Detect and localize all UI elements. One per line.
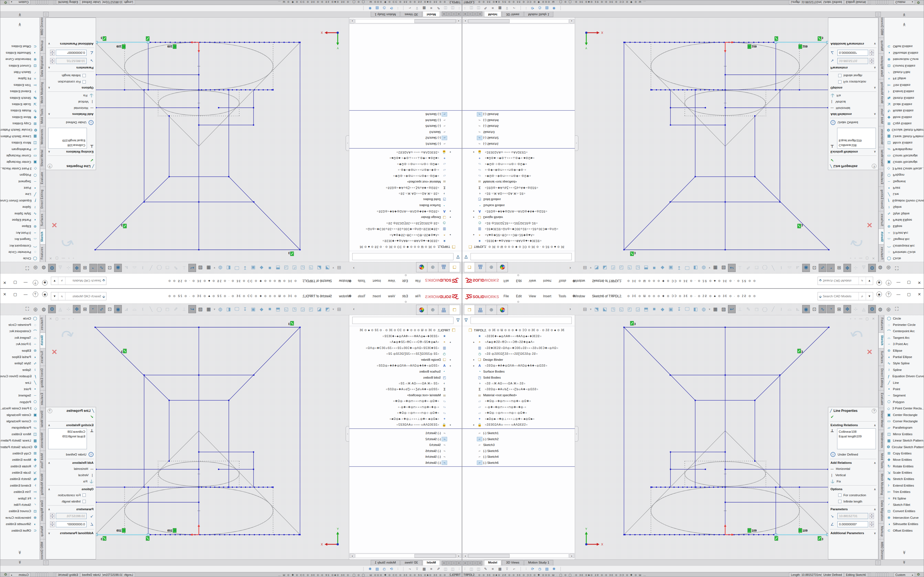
sketch-point[interactable] bbox=[267, 89, 268, 90]
spin-down-icon[interactable]: ▼ bbox=[50, 516, 55, 519]
panel-splitter-tab[interactable]: ∘ bbox=[346, 135, 349, 151]
checkbox[interactable] bbox=[82, 493, 86, 497]
toolbar-icon-24[interactable]: ╱ bbox=[147, 305, 155, 313]
sketch-point[interactable] bbox=[722, 89, 723, 90]
toolbar-icon-31[interactable]: ◔ bbox=[827, 305, 835, 313]
tool-item-15[interactable]: ▣Center Rectangle bbox=[0, 412, 40, 418]
tree-row-23[interactable]: ⌐(-) Sketch6 bbox=[349, 460, 462, 466]
add-relation-2[interactable]: ⚓Fix bbox=[46, 478, 96, 484]
sketch-point[interactable] bbox=[713, 89, 714, 90]
tag-icon[interactable]: ❂ bbox=[917, 0, 920, 5]
tab-nav-button-0[interactable]: « bbox=[457, 561, 461, 566]
sketch-point[interactable] bbox=[253, 374, 254, 376]
toolbar-icon-39[interactable]: ⛶ bbox=[23, 305, 31, 313]
sketch-point[interactable] bbox=[773, 42, 774, 43]
commandmanager-tab-6[interactable]: Weldments bbox=[878, 126, 884, 147]
tree-row-20[interactable]: ⌐Sketch3 bbox=[462, 129, 575, 135]
sketch-point[interactable] bbox=[665, 487, 666, 488]
display-tool-icon-4[interactable]: ▦ bbox=[496, 567, 504, 571]
tool-item-10[interactable]: ╱Line bbox=[884, 191, 924, 198]
options-header[interactable]: Options∧ bbox=[46, 486, 96, 492]
menu-item-3[interactable]: Insert bbox=[543, 293, 552, 299]
toolbar-icon-2[interactable]: ⬔ bbox=[593, 264, 600, 272]
sketch-point[interactable] bbox=[724, 534, 725, 535]
minimize-button[interactable]: — bbox=[22, 292, 29, 297]
sketch-point[interactable] bbox=[828, 327, 829, 328]
menu-item-0[interactable]: File bbox=[503, 278, 509, 284]
checkbox[interactable] bbox=[838, 500, 842, 503]
sketch-point[interactable] bbox=[678, 487, 679, 488]
scroll-track[interactable] bbox=[355, 19, 456, 23]
parameter-input[interactable]: 10.88152731 bbox=[56, 513, 87, 519]
tool-item-9[interactable]: ƒEquation Driven Curve bbox=[884, 373, 924, 379]
toolbar-icon-18[interactable]: ▨ bbox=[197, 305, 204, 313]
sketch-point[interactable] bbox=[201, 487, 202, 488]
toolbar-icon-20[interactable]: ⊥ bbox=[736, 305, 744, 313]
toolbar-icon-9[interactable]: ■ bbox=[266, 264, 274, 272]
sketch-point[interactable] bbox=[725, 374, 726, 376]
strip-overflow-button[interactable]: : bbox=[43, 12, 48, 17]
toolbar-icon-39[interactable]: ⛶ bbox=[23, 264, 31, 272]
sketch-point[interactable] bbox=[768, 42, 769, 43]
sketch-point[interactable] bbox=[659, 534, 660, 535]
panel-help-icon[interactable]: ? bbox=[48, 164, 52, 169]
tree-row-13[interactable]: ▱○∙◎✚○✻◎⊓○∘○⊓◎✻○✚◎∙○ bbox=[462, 404, 575, 410]
ok-check-icon[interactable]: ✔ bbox=[46, 156, 96, 163]
sketch-construction-line[interactable] bbox=[199, 431, 300, 535]
sketch-point[interactable] bbox=[209, 42, 210, 43]
sketch-point[interactable] bbox=[725, 451, 726, 453]
sketch-point[interactable] bbox=[758, 42, 759, 43]
sketch-point[interactable] bbox=[271, 89, 273, 90]
toolbar-icon-18[interactable]: ▨ bbox=[720, 264, 727, 272]
sketch-point[interactable] bbox=[664, 42, 665, 43]
existing-relations-header[interactable]: Existing Relations∧ bbox=[46, 149, 96, 155]
parameter-input[interactable]: 10.88152731 bbox=[837, 58, 868, 64]
tree-row-1[interactable]: ★○2Ƨ3Ɛ✚∘♣◎ΛΑΦ○∘○ΦΑΛ◎♣∘✚3Ɛ2Ƨ○ bbox=[462, 238, 575, 244]
sketch-point[interactable] bbox=[218, 107, 219, 108]
tree-row-22[interactable]: ⌐(-) Sketch4 bbox=[349, 454, 462, 460]
tree-row-22[interactable]: ⌐(-) Sketch4 bbox=[462, 117, 575, 123]
add-relations-header[interactable]: Add Relations∧ bbox=[828, 111, 878, 117]
toolbar-icon-22[interactable]: ◻ bbox=[753, 264, 760, 272]
tabs-chevron-icon[interactable]: ≫ bbox=[18, 13, 21, 17]
spin-down-icon[interactable]: ▼ bbox=[50, 58, 55, 61]
display-tool-icon-6[interactable]: ⌐ bbox=[406, 6, 414, 10]
sketch-point[interactable] bbox=[695, 400, 696, 401]
add-relation-0[interactable]: —Horizontal bbox=[46, 105, 96, 111]
toolbar-icon-12[interactable]: ↧ bbox=[241, 264, 249, 272]
toolbar-icon-29[interactable]: ⊡ bbox=[811, 305, 818, 313]
doc-window-control-4[interactable]: ✕ bbox=[49, 317, 52, 321]
sketch-point[interactable] bbox=[144, 374, 145, 376]
tree-row-18[interactable]: ⌐(-) Sketch1 bbox=[462, 430, 575, 436]
filter-input[interactable] bbox=[470, 253, 572, 260]
sketch-point[interactable] bbox=[169, 176, 170, 177]
toolbar-icon-24[interactable]: ╱ bbox=[147, 264, 155, 272]
scroll-left-icon[interactable]: ◂ bbox=[463, 554, 467, 558]
tree-row-12[interactable]: ▱○✚Ω◎∙∘✻◎⊓○∘○⊓◎✻∘∙◎Ω✚○ bbox=[462, 173, 575, 179]
sketch-point[interactable] bbox=[229, 534, 230, 535]
sketch-point[interactable] bbox=[717, 487, 719, 488]
parameter-input[interactable]: 0.00000000° bbox=[837, 521, 868, 527]
options-header[interactable]: Options∧ bbox=[828, 486, 878, 492]
search-input[interactable] bbox=[65, 279, 101, 282]
toolbar-icon-16[interactable]: ▾ bbox=[708, 305, 711, 313]
tool-item-25[interactable]: ↹Stretch Entities bbox=[884, 95, 924, 101]
toolbar-icon-24[interactable]: ╱ bbox=[769, 305, 777, 313]
tool-item-21[interactable]: ⊞Copy Entities bbox=[0, 120, 40, 127]
tab-nav-button-1[interactable]: ‹ bbox=[452, 11, 456, 16]
toolbar-icon-15[interactable]: ◍ bbox=[216, 264, 224, 272]
tree-row-15[interactable]: ⌖○♣Ω◎♣∙○✚◎⊥○∘○⊥◎✚○∙♣◎Ω♣○ bbox=[349, 155, 462, 161]
toolbar-icon-19[interactable]: ↩ bbox=[728, 305, 736, 313]
tree-row-13[interactable]: ▱○∙◎✚○✻◎⊓○∘○⊓◎✻○✚◎∙○ bbox=[349, 404, 462, 410]
sketch-point[interactable] bbox=[664, 534, 665, 535]
sketch-point[interactable] bbox=[649, 534, 650, 535]
panel-splitter-tab[interactable]: ∘ bbox=[575, 426, 578, 442]
sketch-point[interactable] bbox=[709, 42, 710, 43]
tag-icon[interactable]: ❂ bbox=[917, 572, 920, 577]
tool-item-4[interactable]: ⌢3 Point Arc bbox=[884, 230, 924, 236]
sketch-line[interactable] bbox=[95, 327, 169, 400]
tool-item-2[interactable]: ⌒Centerpoint Arc bbox=[0, 243, 40, 249]
doc-window-control-2[interactable]: — bbox=[61, 256, 65, 260]
relation-item-0[interactable]: Collinear108 bbox=[50, 143, 85, 148]
commandmanager-tab-2[interactable]: Surfaces bbox=[878, 211, 884, 229]
